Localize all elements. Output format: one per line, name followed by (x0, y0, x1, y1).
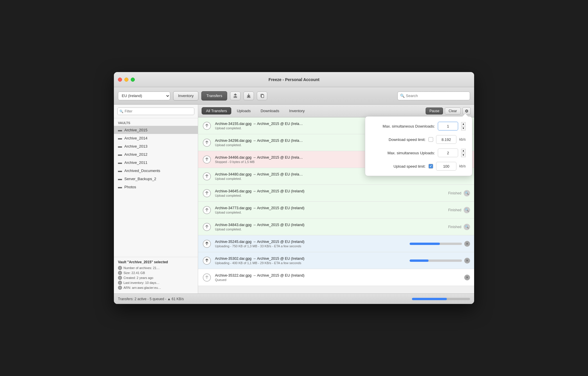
status-text: Transfers: 2 active - 5 queued - ▲ 61 KB… (118, 297, 184, 301)
vault-icon: ▬ (118, 176, 122, 181)
search-input[interactable] (406, 94, 467, 98)
checkmark-icon: ✓ (429, 164, 432, 168)
tab-all-transfers[interactable]: All Transfers (202, 107, 231, 114)
upload-speed-checkbox[interactable]: ✓ (429, 164, 433, 169)
magnify-button[interactable]: 🔍 (464, 224, 470, 230)
vault-item[interactable]: ▬ Archive_2015 (114, 126, 198, 134)
info-icon: i (118, 276, 122, 280)
svg-rect-5 (261, 95, 264, 98)
vault-icon: ▬ (118, 144, 122, 148)
download-speed-input[interactable] (436, 135, 456, 144)
transfer-info: Archive-35302.dar.gpg → Archive_2015 @ E… (215, 257, 406, 265)
info-row: i Last inventory: 10 days… (118, 281, 194, 285)
upload-transfer-icon (202, 222, 211, 232)
vault-name: Archive_2012 (124, 152, 148, 157)
toolbar: EU (Ireland) Inventory Transfers (114, 87, 474, 105)
vault-icon: ▬ (118, 185, 122, 189)
progress-fill (410, 259, 429, 262)
finished-label: Finished (448, 225, 461, 229)
download-speed-checkbox[interactable] (429, 137, 433, 142)
spinner-up[interactable]: ▲ (461, 122, 466, 126)
transfer-status: Upload completed. (215, 177, 470, 180)
download-speed-label: Download speed limit: (372, 137, 426, 142)
title-bar: Freeze - Personal Account (114, 72, 474, 87)
max-uploads-input[interactable] (438, 148, 458, 157)
vault-icon: ▬ (118, 152, 122, 157)
vault-item[interactable]: ▬ Archived_Documents (114, 166, 198, 175)
transfers-tab-button[interactable]: Transfers (201, 91, 227, 101)
cancel-button[interactable]: ✕ (464, 258, 470, 264)
upload-transfer-icon (202, 121, 211, 130)
upload-speed-row: Upload speed limit: ✓ kb/s (372, 162, 466, 171)
vault-name: Server_Backups_2 (124, 177, 156, 181)
info-created: Created: 2 years ago (123, 276, 153, 280)
magnify-button[interactable]: 🔍 (464, 190, 470, 196)
transfer-item: Archive-35245.dar.gpg → Archive_2015 @ E… (198, 235, 474, 252)
vault-info-panel: Vault "Archive_2015" selected i Number o… (114, 257, 198, 293)
max-uploads-row: Max. simultaneous Uploads: ▲ ▼ (372, 148, 466, 157)
transfer-info: Archive-34773.dar.gpg → Archive_2015 @ E… (215, 206, 445, 214)
maximize-button[interactable] (131, 78, 135, 82)
spinner-up[interactable]: ▲ (461, 149, 466, 153)
clear-button[interactable]: Clear (445, 108, 461, 114)
vault-name: Archive_2013 (124, 144, 148, 148)
transfer-item: Archive-34645.dar.gpg → Archive_2015 @ E… (198, 185, 474, 202)
close-button[interactable] (118, 78, 122, 82)
transfer-info: Archive-35322.dar.gpg → Archive_2015 @ E… (215, 273, 461, 282)
finished-label: Finished (448, 191, 461, 195)
settings-button[interactable]: ⚙ (462, 107, 471, 115)
transfer-item: Archive-35322.dar.gpg → Archive_2015 @ E… (198, 269, 474, 286)
vault-item[interactable]: ▬ Archive_2013 (114, 142, 198, 150)
cancel-button[interactable]: ✕ (464, 275, 470, 280)
traffic-lights (118, 78, 135, 82)
pause-button[interactable]: Pause (426, 108, 443, 114)
download-button[interactable] (243, 92, 254, 100)
max-uploads-spinner: ▲ ▼ (461, 149, 466, 157)
copy-button[interactable] (257, 92, 267, 100)
vault-item[interactable]: ▬ Archive_2014 (114, 134, 198, 142)
upload-transfer-icon (202, 256, 211, 265)
settings-popover: Max. simultaneous Downloads: ▲ ▼ Downloa… (365, 116, 472, 176)
max-downloads-input[interactable] (438, 122, 458, 130)
transfer-item: Archive-34843.dar.gpg → Archive_2015 @ E… (198, 219, 474, 235)
magnify-button[interactable]: 🔍 (464, 207, 470, 213)
minimize-button[interactable] (124, 78, 128, 82)
vault-icon: ▬ (118, 136, 122, 140)
vault-item[interactable]: ▬ Photos (114, 183, 198, 191)
tab-downloads[interactable]: Downloads (256, 107, 284, 114)
max-uploads-label: Max. simultaneous Uploads: (372, 151, 435, 155)
tab-uploads[interactable]: Uploads (232, 107, 255, 114)
sidebar: 🔍 Vaults ▬ Archive_2015 ▬ Archive_2014 ▬… (114, 105, 198, 293)
vault-item[interactable]: ▬ Archive_2012 (114, 150, 198, 158)
filter-input[interactable] (117, 108, 194, 115)
search-bar: 🔍 (397, 92, 470, 100)
info-icon: i (118, 281, 122, 285)
upload-transfer-icon (202, 172, 211, 181)
spinner-down[interactable]: ▼ (461, 126, 466, 130)
svg-rect-3 (247, 97, 250, 98)
progress-bar (410, 243, 462, 245)
info-archives: Number of archives: 21… (123, 266, 160, 270)
transfer-status: Upload completed. (215, 228, 445, 231)
region-select[interactable]: EU (Ireland) (118, 92, 170, 100)
upload-button[interactable] (230, 92, 241, 100)
spinner-down[interactable]: ▼ (461, 153, 466, 157)
download-speed-row: Download speed limit: kb/s (372, 135, 466, 144)
transfer-name: Archive-34843.dar.gpg → Archive_2015 @ E… (215, 223, 445, 227)
vault-item[interactable]: ▬ Server_Backups_2 (114, 175, 198, 183)
cancel-button[interactable]: ✕ (464, 241, 470, 247)
status-bar: Transfers: 2 active - 5 queued - ▲ 61 KB… (114, 293, 474, 304)
max-downloads-label: Max. simultaneous Downloads: (372, 124, 435, 128)
transfer-name: Archive-34645.dar.gpg → Archive_2015 @ E… (215, 189, 445, 193)
download-icon (246, 93, 251, 99)
inventory-tab-button[interactable]: Inventory (173, 91, 198, 101)
vault-item[interactable]: ▬ Archive_2011 (114, 158, 198, 166)
upload-speed-input[interactable] (436, 162, 456, 171)
max-downloads-spinner: ▲ ▼ (461, 122, 466, 130)
transfers-tabs-bar: All Transfers Uploads Downloads Inventor… (198, 105, 474, 117)
vault-name: Photos (124, 185, 136, 189)
tab-inventory[interactable]: Inventory (285, 107, 309, 114)
main-window: Freeze - Personal Account EU (Ireland) I… (114, 72, 474, 304)
transfer-right: Finished 🔍 (448, 207, 470, 213)
transfer-right: Finished 🔍 (448, 224, 470, 230)
